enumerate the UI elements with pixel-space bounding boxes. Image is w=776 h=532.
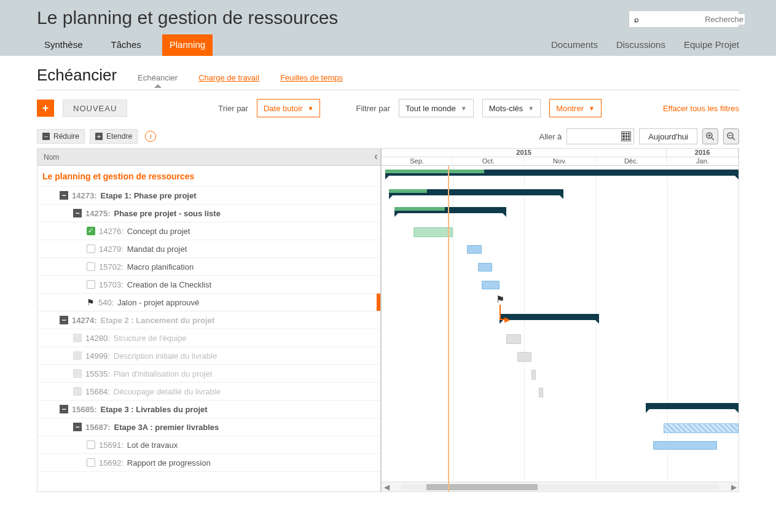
new-button[interactable]: NOUVEAU <box>63 100 127 117</box>
task-row[interactable]: 15691: Lot de travaux <box>37 436 380 454</box>
task-label: Etape 3A : premier livrables <box>114 423 219 432</box>
task-row[interactable]: 15684: Découpage detaillé du livrable <box>37 383 380 401</box>
subtab-feuilles[interactable]: Feuilles de temps <box>280 73 343 87</box>
search-input[interactable] <box>639 14 745 25</box>
checkbox-icon[interactable] <box>73 387 82 396</box>
task-bar[interactable] <box>478 263 492 272</box>
add-button[interactable]: + <box>37 100 54 117</box>
task-bar[interactable] <box>653 441 718 450</box>
scroll-right-icon[interactable]: ▶ <box>729 483 739 491</box>
sort-dropdown[interactable]: Date butoir ▼ <box>257 99 321 117</box>
collapse-panel-icon[interactable]: ‹ <box>374 150 378 163</box>
checkbox-icon[interactable] <box>87 458 95 467</box>
summary-bar[interactable] <box>389 189 564 195</box>
task-row[interactable]: 15692: Rapport de progression <box>37 454 380 472</box>
task-row[interactable]: −14275: Phase pre projet - sous liste <box>37 205 380 222</box>
task-row[interactable]: −14273: Etape 1: Phase pre projet <box>37 187 380 205</box>
search-box[interactable]: ⌕ <box>629 10 739 28</box>
task-row[interactable]: −15687: Etape 3A : premier livrables <box>37 418 380 436</box>
summary-bar[interactable] <box>646 403 739 409</box>
month-label: Jan. <box>667 157 739 166</box>
minus-icon: − <box>42 133 50 140</box>
task-bar[interactable] <box>413 227 453 237</box>
horizontal-scrollbar[interactable]: ◀ ▶ <box>382 482 739 491</box>
toggle-icon[interactable]: − <box>60 191 68 200</box>
tab-synthese[interactable]: Synthèse <box>37 34 90 56</box>
checkbox-icon[interactable] <box>73 334 82 342</box>
tab-taches[interactable]: Tâches <box>104 34 149 56</box>
scroll-left-icon[interactable]: ◀ <box>382 483 391 491</box>
task-bar[interactable] <box>517 352 531 362</box>
task-row[interactable]: 15535: Plan d'initialisation du projet <box>37 365 380 383</box>
info-icon[interactable]: i <box>145 131 156 142</box>
task-row[interactable]: 15702: Macro planification <box>37 258 380 276</box>
checkbox-icon[interactable] <box>87 440 95 449</box>
task-label: Rapport de progression <box>127 458 211 467</box>
link-documents[interactable]: Documents <box>551 39 598 50</box>
filter-value: Tout le monde <box>406 104 456 113</box>
task-row[interactable]: ⚑540: Jalon - projet approuvé <box>37 294 380 311</box>
month-label: Déc. <box>596 157 667 166</box>
task-id: 14273: <box>72 191 96 200</box>
subtab-echeancier[interactable]: Echéancier <box>138 73 178 87</box>
summary-bar[interactable] <box>500 314 600 320</box>
year-label: 2015 <box>382 149 667 157</box>
task-label: Macro planification <box>127 262 194 272</box>
clear-filters-link[interactable]: Effacer tous les filtres <box>663 104 739 113</box>
subtab-charge[interactable]: Charge de travail <box>198 73 259 87</box>
task-row[interactable]: 14279: Mandat du projet <box>37 240 380 258</box>
checkbox-icon[interactable] <box>73 351 82 360</box>
task-bar[interactable] <box>664 423 739 433</box>
task-id: 14279: <box>99 244 123 254</box>
scroll-thumb[interactable] <box>426 484 538 490</box>
task-id: 15691: <box>99 440 123 450</box>
checkbox-icon[interactable] <box>87 227 95 235</box>
summary-bar[interactable] <box>394 207 506 213</box>
toggle-icon[interactable]: − <box>60 405 68 413</box>
task-label: Creation de la Checklist <box>127 280 211 289</box>
expand-all-button[interactable]: + Etendre <box>90 129 138 144</box>
chevron-down-icon: ▼ <box>308 105 314 112</box>
link-discussions[interactable]: Discussions <box>616 39 665 50</box>
checkbox-icon[interactable] <box>87 280 95 289</box>
task-label: Etape 2 : Lancement du projet <box>100 316 214 325</box>
checkbox-icon[interactable] <box>87 262 95 271</box>
task-label: Jalon - projet approuvé <box>117 298 199 307</box>
today-button[interactable]: Aujourd'hui <box>639 128 697 144</box>
task-bar[interactable] <box>482 281 500 289</box>
checkbox-icon[interactable] <box>73 369 82 378</box>
milestone-icon[interactable]: ⚑ <box>496 294 504 305</box>
checkbox-icon[interactable] <box>87 244 95 253</box>
project-row[interactable]: Le planning et gestion de ressources <box>37 166 380 187</box>
task-row[interactable]: −14274: Etape 2 : Lancement du projet <box>37 311 380 329</box>
task-row[interactable]: 14280: Structure de l'équipe <box>37 329 380 347</box>
task-bar[interactable] <box>539 388 543 397</box>
tab-planning[interactable]: Planning <box>162 34 213 56</box>
task-bar[interactable] <box>467 245 481 254</box>
keywords-dropdown[interactable]: Mots-clés ▼ <box>482 99 541 117</box>
show-dropdown[interactable]: Montrer ▼ <box>549 99 602 117</box>
collapse-all-button[interactable]: − Réduire <box>37 129 85 144</box>
task-row[interactable]: −15685: Etape 3 : Livrables du projet <box>37 401 380 418</box>
task-row[interactable]: 15703: Creation de la Checklist <box>37 276 380 294</box>
summary-bar[interactable] <box>385 170 739 176</box>
task-bar[interactable] <box>506 334 520 344</box>
task-row[interactable]: 14276: Concept du projet <box>37 222 380 240</box>
task-bar[interactable] <box>531 370 536 380</box>
toggle-icon[interactable]: − <box>60 316 68 324</box>
task-label: Concept du projet <box>127 227 190 236</box>
goto-date-input[interactable] <box>566 128 634 144</box>
task-id: 15703: <box>99 280 123 289</box>
link-equipe[interactable]: Equipe Projet <box>684 39 739 50</box>
chevron-down-icon: ▼ <box>589 105 595 112</box>
task-id: 540: <box>98 298 114 307</box>
section-title: Echéancier <box>37 66 117 85</box>
zoom-out-button[interactable] <box>723 128 739 144</box>
toggle-icon[interactable]: − <box>73 209 82 217</box>
zoom-in-button[interactable] <box>702 128 718 144</box>
task-id: 14999: <box>85 351 110 361</box>
filter-dropdown[interactable]: Tout le monde ▼ <box>399 99 474 117</box>
task-row[interactable]: 14999: Description initiale du livrable <box>37 347 380 365</box>
toggle-icon[interactable]: − <box>73 423 82 431</box>
svg-line-1 <box>711 138 714 140</box>
